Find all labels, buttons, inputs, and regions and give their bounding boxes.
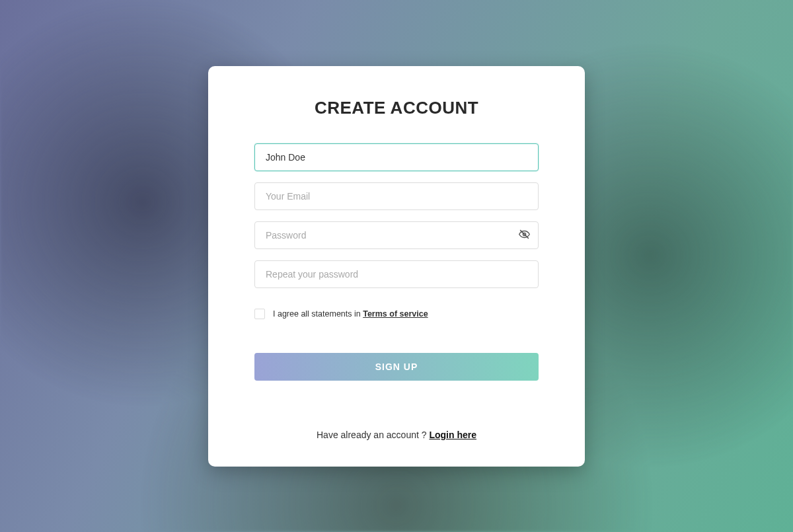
- terms-prefix: I agree all statements in: [273, 309, 363, 319]
- password-input[interactable]: [254, 221, 539, 249]
- toggle-password-visibility-button[interactable]: [516, 227, 532, 243]
- terms-of-service-link[interactable]: Terms of service: [363, 309, 428, 319]
- signup-button[interactable]: SIGN UP: [254, 353, 539, 381]
- page-title: CREATE ACCOUNT: [315, 98, 478, 118]
- terms-row: I agree all statements in Terms of servi…: [254, 309, 539, 319]
- email-field-wrapper: [254, 182, 539, 210]
- eye-off-icon: [519, 229, 530, 242]
- terms-text: I agree all statements in Terms of servi…: [273, 309, 428, 319]
- name-input[interactable]: [254, 143, 539, 171]
- login-prompt: Have already an account ? Login here: [317, 430, 476, 440]
- repeat-password-input[interactable]: [254, 260, 539, 288]
- name-field-wrapper: [254, 143, 539, 171]
- signup-form: I agree all statements in Terms of servi…: [254, 143, 539, 381]
- email-input[interactable]: [254, 182, 539, 210]
- repeat-password-field-wrapper: [254, 260, 539, 288]
- login-link[interactable]: Login here: [429, 430, 476, 440]
- password-field-wrapper: [254, 221, 539, 249]
- login-prompt-text: Have already an account ?: [317, 430, 429, 440]
- terms-checkbox[interactable]: [254, 309, 265, 319]
- signup-card: CREATE ACCOUNT: [208, 66, 585, 467]
